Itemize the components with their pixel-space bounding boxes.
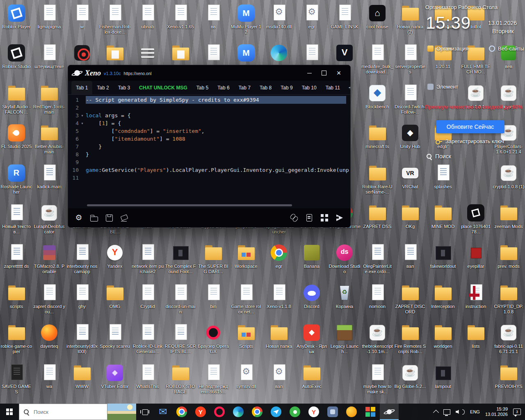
desktop-icon-корзина[interactable]: Корзина [328,282,361,322]
desktop-icon-previoihys[interactable]: PREVIOIHYS [492,362,525,402]
desktop-icon-bin[interactable]: bin [197,282,230,322]
desktop-icon-serverproperties[interactable]: serverproperties [394,42,427,82]
speaker-icon[interactable] [456,409,461,414]
desktop-icon-discord[interactable]: Discord [295,282,328,322]
tab-tab-10[interactable]: Tab 10 [297,81,321,94]
desktop-icon-lists[interactable]: lists [459,322,492,361]
tab-tab-8[interactable]: Tab 8 [255,81,276,94]
desktop-icon-eyepillar[interactable]: eyepillar [459,242,492,281]
tab-tab-9[interactable]: Tab 9 [276,81,297,94]
maximize-button[interactable] [317,65,331,81]
desktop-icon-interbounty-noscamapp[interactable]: interbounty noscamapp [66,242,98,281]
clear-editor-icon[interactable] [120,213,129,222]
desktop-icon-worldgen[interactable]: worldgen [427,322,459,361]
desktop-icon-вап[interactable]: вап [262,362,295,402]
desktop-icon-workspace[interactable]: Workspace [230,242,262,281]
fold-chevron-icon[interactable]: ▾ [79,119,86,127]
desktop-icon-skyfall-audio---falcon-...[interactable]: Skyfall Audio - FALCON ... [0,82,33,122]
execute-send-icon[interactable] [335,213,344,222]
desktop-icon-новая-папка-(2)[interactable]: Новая папка (2) [394,2,427,42]
notification-center-icon[interactable]: 3 [513,409,521,415]
desktop-icon-mumu-player-12[interactable]: MuMu Player 12 [230,2,262,42]
desktop-icon-zapret-dss[interactable]: ZAPRET DSS [361,202,394,242]
close-button[interactable]: × [331,65,346,81]
desktop-icon-tgmacro2.8.-portable[interactable]: TGMacro2.8. Portable [33,242,66,281]
desktop-icon-egr[interactable]: egr [262,242,295,281]
network-icon[interactable] [443,409,450,415]
organizer-section-element[interactable]: Элемент [427,84,458,90]
desktop-icon-scripts[interactable]: Scripts [230,322,262,361]
tab-tab-7[interactable]: Tab 7 [234,81,255,94]
desktop-icon-whatisthis[interactable]: WhatIsThis [131,362,164,402]
desktop-icon-blockbench[interactable]: Blockbench [361,82,394,122]
code-line-6[interactable]: 6 ["itemidamount"] = 1088 [68,135,350,143]
desktop-icon-zapret-discord-you...[interactable]: zapret discord you... [33,282,66,322]
desktop-icon-better-anubis-main[interactable]: Better-Anubis-main [33,122,66,162]
desktop-icon-fakeworldout[interactable]: fakeworldout [427,242,459,281]
code-line-2[interactable]: 2 [68,104,350,112]
desktop-icon-roblox-storage[interactable]: ROBLOX STORAGE [164,362,197,402]
desktop-icon-roblox-rare-username-...[interactable]: Roblox-Rare-UserName-... [361,162,394,202]
desktop-icon-interbounty(d0x-t00l)[interactable]: interbounty(d0x t00l) [66,322,98,361]
register-key-link[interactable]: Зарегистрировать ключ [436,138,504,144]
inject-grid-icon[interactable] [320,213,329,222]
tab-tab-5[interactable]: Tab 5 [192,81,213,94]
desktop-icon-roblox-id-linkgenerato...[interactable]: Roblox-ID-LinkGenerato... [131,322,164,361]
save-file-icon[interactable] [105,213,114,222]
desktop-icon-discord-un-main[interactable]: discord-un-main [164,282,197,322]
start-button[interactable] [0,404,19,420]
desktop-icon-place-107640178...[interactable]: place 107640178... [459,202,492,242]
desktop-icon-spooky-scareu[interactable]: Spooky scareu [98,322,131,361]
new-tab-button[interactable]: + [345,81,351,94]
code-line-11[interactable]: 11 [68,174,350,182]
desktop-icon-lampout[interactable]: lampout [427,362,459,402]
desktop-icon-roshade-launcher[interactable]: Roshade Launcher [0,162,33,202]
tab-tab-2[interactable]: Tab 2 [92,81,113,94]
script-document-icon[interactable] [305,213,314,222]
desktop-icon-ghy[interactable]: ghy [66,282,98,322]
desktop-icon-fire-remotes-scripts-rob...[interactable]: Fire Remotes Scripts Rob... [394,322,427,361]
desktop-icon-discord-twitch-follow-...[interactable]: Discord-Twitch-Follow-... [394,82,427,122]
code-line-4[interactable]: 4▾ [1] = { [68,119,350,127]
desktop-icon-ligmapigma[interactable]: ligmapigma [33,2,66,42]
desktop-icon-roblox-studio[interactable]: Roblox Studio [0,42,33,82]
tab-chat-unlock-msg[interactable]: CHAT UNLOCK MSG [135,81,192,94]
desktop-icon-splashes[interactable]: splashes [427,162,459,202]
desktop-icon-msdia140.dll[interactable]: msdia140.dll [262,2,295,42]
desktop-icon-xeno-v1.1.65[interactable]: Xeno-v1.1.65 [164,2,197,42]
taskbar-app-chrome[interactable] [248,404,267,420]
desktop-icon-omg[interactable]: OMG [98,282,131,322]
desktop-icon-redtiger-tools-main[interactable]: RedTiger-Tools-main [33,82,66,122]
desktop-icon-штеукищгтеке[interactable]: штеукищгтеке [33,42,66,82]
taskbar-app-blue-gray[interactable] [323,404,342,420]
desktop-icon-не-подтверждено-86615...[interactable]: Не подтверждено 86615... [197,362,230,402]
tray-overflow-chevron-icon[interactable] [433,410,439,415]
tab-tab-3[interactable]: Tab 3 [114,81,135,94]
desktop-icon-unity-hub[interactable]: Unity Hub [394,122,427,162]
news-weather-widget[interactable] [107,404,136,420]
desktop-icon-minecraft-ts[interactable]: minecraft ts [361,122,394,162]
taskbar-app-chrome[interactable] [172,404,191,420]
desktop-icon-big-globe-5.2...[interactable]: Big Globe-5.2... [394,362,427,402]
taskbar-app-mail[interactable] [153,404,172,420]
xeno-titlebar[interactable]: Xeno v1.3.10c https://xeno.onl × [68,65,350,81]
desktop-icon-okg[interactable]: OKg [394,202,427,242]
desktop-icon-cryptid-1.0.8-(1)[interactable]: cryptid-1.0.8 (1) [492,162,525,202]
desktop-icon-roblox-game-copier[interactable]: roblox-game-copier [0,322,33,361]
attach-link-icon[interactable] [290,213,299,222]
tab-tab-11[interactable]: Tab 11 [321,81,345,94]
desktop-icon-anydesk---ярлык[interactable]: AnyDesk - Ярлык [295,322,328,361]
desktop-icon-nomoon[interactable]: nomoon [361,282,394,322]
desktop-icon-thebrokenscript-1.10.1m...[interactable]: thebrokenscript-1.10.1m... [361,322,394,361]
desktop-icon-vrchat[interactable]: VRChat [394,162,427,202]
desktop-icon-prev.-mods[interactable]: prev. mods [492,242,525,281]
code-line-1[interactable]: 1-- Script generated by SimpleSpy - cred… [68,96,350,104]
taskbar-app-telegram[interactable] [267,404,285,420]
search-input[interactable] [33,409,96,415]
desktop-icon-network-item-purchase2[interactable]: network item purchase2 [131,242,164,281]
desktop-icon-the-complex-found-foot...[interactable]: The Complex Found Foot... [164,242,197,281]
desktop-icon-cryptid[interactable]: Cryptid [131,282,164,322]
taskbar-app-orange-key[interactable] [342,404,361,420]
desktop-icon-fl-studio-2025[interactable]: FL Studio 2025 [0,122,33,162]
organizer-section-websites[interactable]: Веб-сайты [489,46,524,52]
